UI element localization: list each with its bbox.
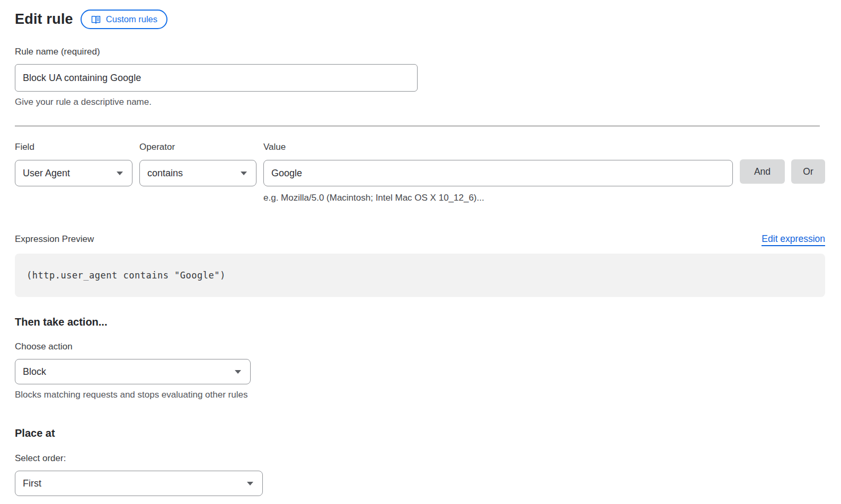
or-button[interactable]: Or xyxy=(791,159,825,184)
book-icon xyxy=(91,14,101,25)
action-select-value: Block xyxy=(23,366,46,377)
section-divider xyxy=(15,125,820,127)
and-button[interactable]: And xyxy=(740,159,785,184)
caret-down-icon xyxy=(117,172,123,175)
custom-rules-button[interactable]: Custom rules xyxy=(81,10,167,29)
page-header: Edit rule Custom rules xyxy=(15,10,825,29)
expression-code: (http.user_agent contains "Google") xyxy=(26,270,226,281)
operator-select-value: contains xyxy=(147,168,183,179)
edit-expression-link[interactable]: Edit expression xyxy=(762,233,825,246)
value-label: Value xyxy=(263,142,733,152)
condition-row: Field User Agent Operator contains Value xyxy=(15,142,825,203)
choose-action-label: Choose action xyxy=(15,341,825,352)
field-select[interactable]: User Agent xyxy=(15,160,132,186)
place-at-heading: Place at xyxy=(15,427,825,439)
page-title: Edit rule xyxy=(15,11,73,28)
rule-name-input[interactable] xyxy=(15,64,418,92)
value-hint: e.g. Mozilla/5.0 (Macintosh; Intel Mac O… xyxy=(263,193,733,203)
edit-rule-page: Edit rule Custom rules Rule name (requir… xyxy=(0,0,841,504)
field-select-value: User Agent xyxy=(23,168,70,179)
caret-down-icon xyxy=(235,370,241,374)
field-label: Field xyxy=(15,142,132,152)
value-input[interactable] xyxy=(263,160,733,186)
expression-preview-label: Expression Preview xyxy=(15,234,94,245)
action-select[interactable]: Block xyxy=(15,359,251,384)
expression-preview-box: (http.user_agent contains "Google") xyxy=(15,254,825,297)
custom-rules-label: Custom rules xyxy=(106,14,157,24)
action-heading: Then take action... xyxy=(15,316,825,328)
select-order-label: Select order: xyxy=(15,453,825,464)
rule-name-label: Rule name (required) xyxy=(15,47,825,57)
rule-name-helper: Give your rule a descriptive name. xyxy=(15,97,825,107)
order-select-value: First xyxy=(23,478,41,489)
expression-header: Expression Preview Edit expression xyxy=(15,233,825,246)
caret-down-icon xyxy=(241,172,247,175)
caret-down-icon xyxy=(247,482,253,485)
order-select[interactable]: First xyxy=(15,471,263,496)
operator-label: Operator xyxy=(139,142,256,152)
action-helper: Blocks matching requests and stops evalu… xyxy=(15,390,825,400)
operator-select[interactable]: contains xyxy=(139,160,256,186)
